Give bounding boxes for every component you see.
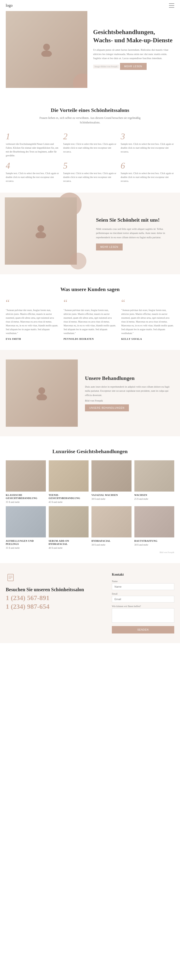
facial-price-8: 38 $ und mehr	[134, 543, 174, 546]
visit-title: Besuchen Sie unseren Schönheitssalon	[6, 586, 105, 593]
advantage-num-2: 2	[63, 132, 117, 141]
advantage-num-4: 4	[6, 161, 59, 170]
advantage-text-6: Sample text. Click to select the text bo…	[121, 172, 174, 183]
facial-title-6: SERUM-ADD-ON HYDRAFACIAL	[49, 539, 89, 546]
facial-item-2: TEENIE-GESICHTSBEHANDLUNG 45 $ und mehr	[49, 460, 89, 503]
advantage-item-3: 3 Sample text. Click to select the text …	[121, 132, 174, 158]
testimonial-name-3: KELLY SAVALA	[121, 337, 174, 340]
facial-item-7: HYDRAFACIAL 38 $ und mehr	[91, 506, 132, 549]
svg-point-1	[41, 51, 52, 57]
name-label: Name	[112, 580, 174, 582]
advantage-item-2: 2 Sample text. Click to select the text …	[63, 132, 117, 158]
facial-item-1: KLASSISCHE GESICHTSBEHANDLUNG 35 $ und m…	[6, 460, 46, 503]
facial-title-2: TEENIE-GESICHTSBEHANDLUNG	[49, 493, 89, 500]
treatments-section: Unsere Behandlungen Duis aute irure dolo…	[0, 350, 180, 436]
svg-point-4	[38, 387, 45, 394]
treatments-body: Duis aute irure dolor in reprehenderit i…	[85, 385, 174, 398]
hero-content: Gesichtsbehandlungen, Wachs- und Make-up…	[93, 28, 174, 71]
facial-item-8: HAUTSTRAFFUNG 38 $ und mehr	[134, 506, 174, 549]
menu-button[interactable]	[169, 3, 174, 8]
facial-title-7: HYDRAFACIAL	[91, 539, 132, 542]
testimonial-text-1: "Aenean pulvinar dui orare, feugiar lore…	[6, 308, 59, 335]
facial-price-1: 35 $ und mehr	[6, 501, 46, 503]
facial-item-6: SERUM-ADD-ON HYDRAFACIAL 46 $ und mehr	[49, 506, 89, 549]
advantage-text-5: Sample text. Click to select the text bo…	[63, 172, 117, 183]
form-title: Kontakt	[112, 573, 174, 577]
advantages-subtitle: Frauen lieben es, sich selbst zu verwöhn…	[30, 116, 150, 125]
visit-form: Kontakt Name Email Wie können wir Ihnen …	[112, 573, 174, 633]
form-group-message: Wie können wir Ihnen helfen?	[112, 605, 174, 624]
svg-rect-6	[8, 574, 13, 581]
submit-button[interactable]: SENDEN	[112, 626, 174, 633]
advantage-num-5: 5	[63, 161, 117, 170]
name-input[interactable]	[112, 583, 174, 590]
navigation: logo	[0, 0, 180, 11]
email-input[interactable]	[112, 596, 174, 603]
facial-price-7: 38 $ und mehr	[91, 543, 132, 546]
advantage-text-3: Sample text. Click to select the text bo…	[121, 142, 174, 154]
phone-2[interactable]: 1 (234) 987-654	[6, 603, 105, 611]
visit-section: Besuchen Sie unseren Schönheitssalon 1 (…	[0, 563, 180, 643]
facial-img-5	[6, 506, 46, 538]
facial-price-6: 46 $ und mehr	[49, 547, 89, 549]
treatments-cta-button[interactable]: UNSERE BEHANDLUNGEN	[85, 404, 129, 411]
facial-grid: KLASSISCHE GESICHTSBEHANDLUNG 35 $ und m…	[6, 460, 174, 549]
facial-img-8	[134, 506, 174, 538]
facial-img-2	[49, 460, 89, 492]
facial-img-7	[91, 506, 132, 538]
hero-body: Ut aliquam purus sit amet luctus laorend…	[93, 48, 174, 60]
testimonial-item-1: “ "Aenean pulvinar dui orare, feugiar lo…	[6, 298, 59, 340]
beauty-circle-2	[70, 253, 86, 269]
hero-image-credit: Image+Bilder von Freepik	[93, 65, 119, 68]
facial-credit: Bild von Freepik	[6, 551, 174, 554]
visit-icon	[6, 573, 105, 584]
visit-content: Besuchen Sie unseren Schönheitssalon 1 (…	[6, 573, 105, 611]
form-group-name: Name	[112, 580, 174, 590]
advantages-title: Die Vorteile eines Schönheitssalons	[6, 107, 174, 113]
beauty-body: Nibh venenatis cras sed felis eget wilit…	[96, 227, 173, 240]
hero-cta-button[interactable]: MEHR LESEN	[120, 63, 147, 70]
beauty-title: Seien Sie Schönheit mit uns!	[96, 216, 173, 224]
facial-price-4: 25 $ und mehr	[134, 498, 174, 500]
email-label: Email	[112, 592, 174, 595]
facial-img-3	[91, 460, 132, 492]
testimonial-text-3: "Aenean pulvinar dui orare, feugiar lore…	[121, 308, 174, 335]
advantage-text-2: Sample text. Click to select the text bo…	[63, 142, 117, 154]
facial-price-2: 45 $ und mehr	[49, 501, 89, 503]
advantage-num-3: 3	[121, 132, 174, 141]
facial-title-3: VAJAZIAL WACHSEN	[91, 493, 132, 496]
svg-point-0	[43, 44, 50, 51]
message-label: Wie können wir Ihnen helfen?	[112, 605, 174, 608]
form-group-email: Email	[112, 592, 174, 603]
advantage-item-6: 6 Sample text. Click to select the text …	[121, 161, 174, 183]
beauty-section: Seien Sie Schönheit mit uns! Nibh venena…	[0, 192, 180, 274]
facial-img-6	[49, 506, 89, 538]
treatments-title: Unsere Behandlungen	[85, 375, 174, 381]
facial-title-4: WACHSEN	[134, 493, 174, 496]
beauty-images	[0, 192, 91, 274]
quote-icon-1: “	[6, 298, 59, 307]
facial-price-3: 38 $ und mehr	[91, 498, 132, 500]
hero-image	[6, 11, 88, 88]
phone-1[interactable]: 1 (234) 567-891	[6, 594, 105, 602]
svg-point-3	[35, 232, 46, 238]
advantage-item-5: 5 Sample text. Click to select the text …	[63, 161, 117, 183]
beauty-main-image	[5, 197, 77, 265]
treatments-image	[6, 360, 78, 427]
advantages-grid: 1 verbessert die Erscheinungsbild Neuer …	[0, 127, 180, 192]
quote-icon-3: “	[121, 298, 174, 307]
advantage-num-6: 6	[121, 161, 174, 170]
facial-img-4	[134, 460, 174, 492]
phone-numbers: 1 (234) 567-891 1 (234) 987-654	[6, 594, 105, 611]
facial-img-1	[6, 460, 46, 492]
beauty-cta-button[interactable]: MEHR LESEN	[96, 243, 123, 250]
facial-item-4: WACHSEN 25 $ und mehr	[134, 460, 174, 503]
hero-section: Gesichtsbehandlungen, Wachs- und Make-up…	[0, 11, 180, 97]
logo: logo	[6, 3, 13, 8]
treatments-credit: Bild von Freepik	[85, 399, 174, 403]
advantage-num-1: 1	[6, 132, 59, 141]
advantage-item-1: 1 verbessert die Erscheinungsbild Neuer …	[6, 132, 59, 158]
advantage-text-4: Sample text. Click to select the text bo…	[6, 172, 59, 183]
testimonial-item-3: “ "Aenean pulvinar dui orare, feugiar lo…	[121, 298, 174, 340]
message-input[interactable]	[112, 608, 174, 623]
